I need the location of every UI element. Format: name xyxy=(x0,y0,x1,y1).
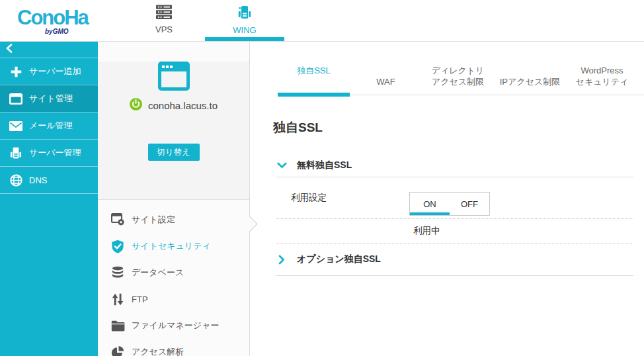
chevron-down-icon xyxy=(276,162,287,169)
current-site-card: conoha.lacus.to 切り替え xyxy=(98,62,249,200)
sidebar-item-label: DNS xyxy=(29,175,47,185)
option-ssl-section: オプション独自SSL xyxy=(276,244,633,276)
sidebar-divider xyxy=(0,193,98,194)
browser-window-icon xyxy=(8,93,24,105)
conoha-logo-text: ConoHa xyxy=(17,5,103,30)
chevron-right-icon xyxy=(276,255,287,265)
option-ssl-section-title: オプション独自SSL xyxy=(297,253,381,265)
nav-tab-vps[interactable]: VPS xyxy=(132,5,196,34)
free-ssl-section-title: 無料独自SSL xyxy=(297,159,352,171)
tab-label: WAF xyxy=(376,77,395,87)
nav-tab-wing[interactable]: WING xyxy=(213,5,276,35)
globe-icon xyxy=(8,174,24,187)
browser-dot xyxy=(166,66,169,68)
usage-status-text: 利用中 xyxy=(413,225,440,237)
conoha-logo[interactable]: ConoHa byGMO xyxy=(17,5,103,37)
menu-item-file-manager[interactable]: ファイルマネージャー xyxy=(98,312,249,339)
tab-label: WordPress セキュリティ xyxy=(576,66,629,87)
usage-setting-label: 利用設定 xyxy=(291,192,327,204)
menu-item-site-settings[interactable]: サイト設定 xyxy=(98,206,249,233)
tab-label: IPアクセス制限 xyxy=(500,77,561,87)
menu-item-database[interactable]: データベース xyxy=(98,259,249,286)
site-domain-row: conoha.lacus.to xyxy=(98,98,249,113)
menu-item-site-security[interactable]: サイトセキュリティ xyxy=(98,233,249,259)
sidebar-item-label: メール管理 xyxy=(29,120,73,132)
usage-status-row: 利用中 xyxy=(276,218,633,244)
mail-icon xyxy=(8,121,24,131)
browser-app-icon xyxy=(158,62,190,91)
site-domain: conoha.lacus.to xyxy=(148,100,218,111)
site-panel: conoha.lacus.to 切り替え サイト設定 xyxy=(98,41,250,356)
free-ssl-section-header[interactable]: 無料独自SSL xyxy=(276,154,633,177)
main-content: 独自SSL WAF ディレクトリ アクセス制限 IPアクセス制限 WordPre… xyxy=(250,41,644,356)
conoha-logo-bygmo: byGMO xyxy=(45,28,69,35)
main-sidebar: サーバー追加 サイト管理 メール管理 サーバー管理 DNS xyxy=(0,41,98,356)
menu-item-label: データベース xyxy=(132,267,184,279)
power-on-icon xyxy=(130,98,142,113)
tab-label: 独自SSL xyxy=(297,66,331,75)
page-title: 独自SSL xyxy=(273,119,323,136)
browser-dot xyxy=(162,66,165,68)
toggle-selected-bar xyxy=(410,212,450,215)
menu-item-label: ファイルマネージャー xyxy=(132,320,219,332)
free-ssl-section: 無料独自SSL xyxy=(276,154,633,177)
toggle-off-button[interactable]: OFF xyxy=(450,193,489,215)
option-ssl-section-header[interactable]: オプション独自SSL xyxy=(276,244,633,275)
tab-dokuji-ssl[interactable]: 独自SSL xyxy=(278,54,350,95)
tab-directory-access-restriction[interactable]: ディレクトリ アクセス制限 xyxy=(422,54,494,95)
toggle-off-label: OFF xyxy=(461,199,478,209)
nav-tab-vps-label: VPS xyxy=(132,24,196,34)
sidebar-item-site-management[interactable]: サイト管理 xyxy=(0,85,98,112)
menu-item-label: サイトセキュリティ xyxy=(132,240,211,252)
sidebar-item-server-management[interactable]: サーバー管理 xyxy=(0,139,98,166)
pie-chart-icon xyxy=(110,345,126,356)
menu-item-label: FTP xyxy=(132,294,148,304)
toggle-on-button[interactable]: ON xyxy=(410,193,450,215)
nav-tab-wing-label: WING xyxy=(213,25,276,35)
sidebar-item-label: サーバー管理 xyxy=(29,147,81,159)
vps-servers-icon xyxy=(155,5,173,21)
menu-item-label: アクセス解析 xyxy=(132,346,184,356)
active-nav-underline xyxy=(205,37,284,41)
usage-setting-row: 利用設定 ON OFF xyxy=(276,177,633,219)
up-down-arrows-icon xyxy=(110,293,126,306)
menu-item-access-analytics[interactable]: アクセス解析 xyxy=(98,339,249,356)
sidebar-item-label: サーバー追加 xyxy=(29,66,81,77)
sidebar-collapse-button[interactable] xyxy=(0,41,98,58)
app-header: ConoHa byGMO VPS xyxy=(0,0,644,42)
tab-ip-access-restriction[interactable]: IPアクセス制限 xyxy=(494,65,566,95)
database-icon xyxy=(110,266,126,279)
wing-server-icon xyxy=(237,5,253,21)
browser-dot xyxy=(170,66,173,68)
plus-icon xyxy=(8,66,24,77)
sidebar-item-add-server[interactable]: サーバー追加 xyxy=(0,58,98,85)
folder-icon xyxy=(110,320,126,332)
active-tab-underline xyxy=(278,93,350,97)
ssl-on-off-toggle: ON OFF xyxy=(409,192,490,216)
server-tower-icon xyxy=(8,146,24,160)
security-tab-strip: 独自SSL WAF ディレクトリ アクセス制限 IPアクセス制限 WordPre… xyxy=(278,64,644,95)
tab-waf[interactable]: WAF xyxy=(350,65,422,95)
tab-label: ディレクトリ アクセス制限 xyxy=(432,66,485,87)
site-menu: サイト設定 サイトセキュリティ データベース FTP ファイルマネージャー xyxy=(98,200,249,356)
chevron-left-icon xyxy=(6,44,13,56)
sidebar-item-mail-management[interactable]: メール管理 xyxy=(0,112,98,139)
shield-check-icon xyxy=(110,240,126,253)
tab-wordpress-security[interactable]: WordPress セキュリティ xyxy=(566,54,638,95)
toggle-on-label: ON xyxy=(423,199,436,209)
browser-body xyxy=(161,71,186,87)
sidebar-item-dns[interactable]: DNS xyxy=(0,166,98,193)
sidebar-item-label: サイト管理 xyxy=(29,93,73,105)
menu-item-ftp[interactable]: FTP xyxy=(98,286,249,312)
site-settings-icon xyxy=(110,213,126,226)
switch-site-button[interactable]: 切り替え xyxy=(148,144,200,161)
menu-item-label: サイト設定 xyxy=(132,214,175,226)
